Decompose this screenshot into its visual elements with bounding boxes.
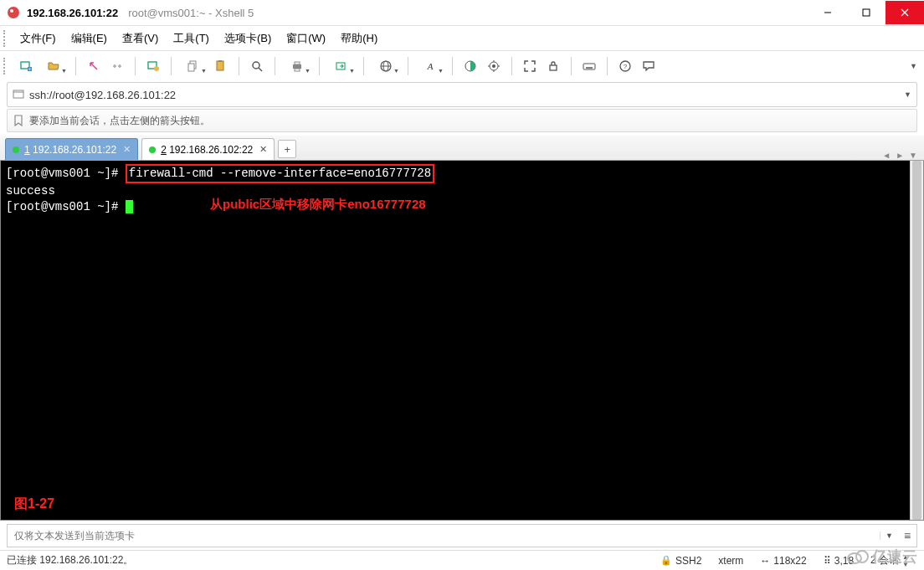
menu-view[interactable]: 查看(V) xyxy=(116,28,165,49)
reconnect-button[interactable] xyxy=(83,55,105,77)
tab-menu-icon[interactable]: ▼ xyxy=(909,151,917,160)
keyboard-button[interactable] xyxy=(578,55,600,77)
terminal-scrollbar[interactable] xyxy=(910,161,923,520)
toolbar-grip-icon xyxy=(3,58,8,74)
send-menu-icon[interactable]: ≡ xyxy=(898,529,916,542)
svg-rect-14 xyxy=(218,60,222,62)
infobar-text: 要添加当前会话，点击左侧的箭头按钮。 xyxy=(29,114,210,128)
menubar: 文件(F) 编辑(E) 查看(V) 工具(T) 选项卡(B) 窗口(W) 帮助(… xyxy=(0,25,924,50)
svg-text:A: A xyxy=(427,61,434,71)
svg-rect-17 xyxy=(293,64,301,69)
new-session-button[interactable]: + xyxy=(15,55,37,77)
toolbar-overflow-icon[interactable]: ▼ xyxy=(910,62,924,70)
sendbar: ▼ ≡ xyxy=(7,524,917,547)
color-scheme-button[interactable] xyxy=(459,55,481,77)
lock-button[interactable] xyxy=(542,55,564,77)
tabstrip: 1 192.168.26.101:22 ✕ 2 192.168.26.102:2… xyxy=(0,136,924,161)
close-button[interactable] xyxy=(886,1,924,24)
menu-tools[interactable]: 工具(T) xyxy=(167,28,216,49)
svg-point-0 xyxy=(8,7,19,18)
cursor-icon xyxy=(126,200,133,213)
address-text: ssh://root@192.168.26.101:22 xyxy=(29,89,904,101)
watermark-text: 亿速云 xyxy=(872,547,917,567)
copy-button[interactable]: ▼ xyxy=(178,55,208,77)
font-button[interactable]: A▼ xyxy=(415,55,445,77)
menu-window[interactable]: 窗口(W) xyxy=(280,28,332,49)
address-dropdown-icon[interactable]: ▼ xyxy=(904,90,911,99)
status-dot-icon xyxy=(149,146,156,153)
tab-label: 192.168.26.101:22 xyxy=(33,144,116,156)
terminal-command-highlighted: firewall-cmd --remove-interface=eno16777… xyxy=(126,164,434,183)
svg-rect-33 xyxy=(583,64,595,69)
svg-point-27 xyxy=(492,64,495,68)
addressbar[interactable]: ssh://root@192.168.26.101:22 ▼ xyxy=(7,82,917,107)
fullscreen-button[interactable] xyxy=(519,55,541,77)
comment-button[interactable] xyxy=(638,55,660,77)
svg-rect-19 xyxy=(295,69,300,71)
svg-rect-40 xyxy=(13,90,23,98)
help-button[interactable]: ? xyxy=(614,55,636,77)
svg-rect-12 xyxy=(188,64,194,71)
tab-number: 2 xyxy=(161,144,167,156)
print-button[interactable]: ▼ xyxy=(282,55,312,77)
titlebar: 192.168.26.101:22 root@vms001:~ - Xshell… xyxy=(0,0,924,25)
highlight-button[interactable] xyxy=(483,55,505,77)
terminal-prompt: [root@vms001 ~]# xyxy=(6,200,126,213)
send-dropdown-icon[interactable]: ▼ xyxy=(880,531,898,540)
tab-close-icon[interactable]: ✕ xyxy=(123,144,131,155)
menu-help[interactable]: 帮助(H) xyxy=(334,28,384,49)
status-termtype: xterm xyxy=(710,555,752,567)
tab-number: 1 xyxy=(24,144,30,156)
menu-file[interactable]: 文件(F) xyxy=(13,28,63,49)
xftp-button[interactable]: ▼ xyxy=(326,55,357,77)
menu-grip-icon xyxy=(3,30,8,47)
open-button[interactable]: ▼ xyxy=(38,55,69,77)
window-subtitle: root@vms001:~ - Xshell 5 xyxy=(128,7,254,19)
app-icon xyxy=(7,6,20,19)
status-connected: 已连接 192.168.26.101:22。 xyxy=(7,553,133,567)
svg-line-16 xyxy=(259,68,262,71)
tab-prev-icon[interactable]: ◄ xyxy=(882,151,891,160)
status-protocol: SSH2 xyxy=(675,555,701,567)
tab-session-2[interactable]: 2 192.168.26.102:22 ✕ xyxy=(141,138,275,160)
svg-point-43 xyxy=(856,551,868,562)
infobar: 要添加当前会话，点击左侧的箭头按钮。 xyxy=(7,109,917,132)
menu-edit[interactable]: 编辑(E) xyxy=(64,28,114,49)
terminal-prompt: [root@vms001 ~]# xyxy=(6,167,126,180)
session-icon xyxy=(13,89,24,100)
svg-rect-32 xyxy=(550,65,557,70)
paste-button[interactable] xyxy=(210,55,232,77)
svg-point-10 xyxy=(154,66,159,71)
svg-text:+: + xyxy=(28,66,31,71)
window-title: 192.168.26.101:22 xyxy=(27,7,118,19)
lock-icon: 🔒 xyxy=(660,555,672,566)
send-input[interactable] xyxy=(8,530,880,542)
menu-tabs[interactable]: 选项卡(B) xyxy=(218,28,278,49)
maximize-button[interactable] xyxy=(847,1,886,24)
resize-icon: ↔ xyxy=(760,555,770,567)
properties-button[interactable] xyxy=(142,55,164,77)
svg-rect-13 xyxy=(217,61,223,70)
watermark: 亿速云 xyxy=(847,547,917,567)
tab-next-icon[interactable]: ► xyxy=(896,151,904,160)
new-tab-button[interactable]: + xyxy=(278,140,296,158)
svg-rect-18 xyxy=(295,62,300,64)
minimize-button[interactable] xyxy=(808,1,847,24)
status-dot-icon xyxy=(13,146,19,153)
svg-text:?: ? xyxy=(624,63,628,70)
tab-session-1[interactable]: 1 192.168.26.101:22 ✕ xyxy=(5,138,138,160)
find-button[interactable] xyxy=(246,55,268,77)
tab-close-icon[interactable]: ✕ xyxy=(259,144,267,155)
status-size: 118x22 xyxy=(773,555,806,567)
toolbar: + ▼ ▼ ▼ ▼ ▼ A▼ ? ▼ xyxy=(0,50,924,80)
disconnect-button[interactable] xyxy=(106,55,128,77)
cursor-pos-icon: ⠿ xyxy=(824,555,831,567)
statusbar: 已连接 192.168.26.101:22。 🔒SSH2 xterm ↔118x… xyxy=(0,550,924,570)
svg-point-15 xyxy=(253,62,259,69)
terminal-output: success xyxy=(6,183,905,199)
figure-label: 图1-27 xyxy=(14,496,54,511)
terminal[interactable]: [root@vms001 ~]# firewall-cmd --remove-i… xyxy=(1,161,910,520)
bookmark-icon[interactable] xyxy=(13,115,24,126)
encoding-button[interactable]: ▼ xyxy=(371,55,401,77)
tab-label: 192.168.26.102:22 xyxy=(169,144,253,156)
